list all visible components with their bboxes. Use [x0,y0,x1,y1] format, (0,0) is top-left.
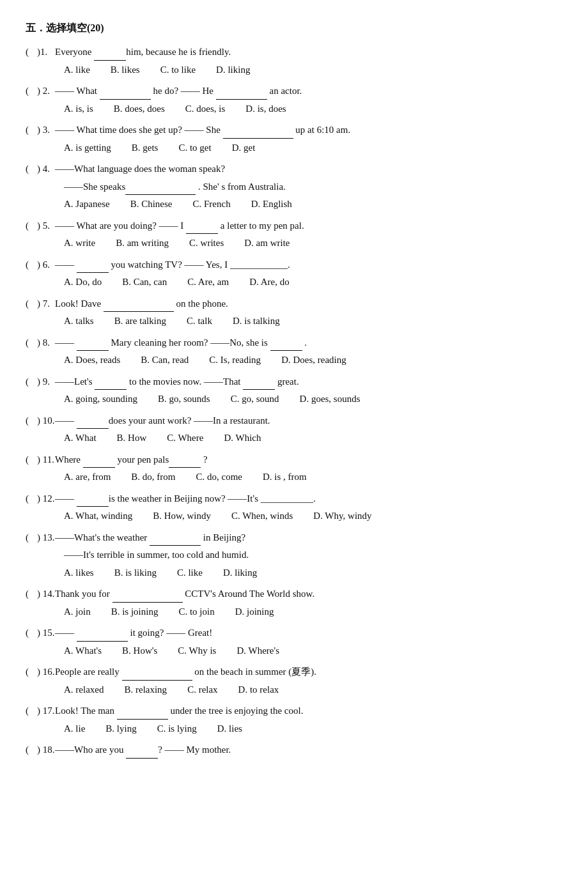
q1-text: Everyone him, because he is friendly. [55,44,562,61]
q15-num: ) 15. [37,625,55,642]
question-14: ( ) 14. Thank you for CCTV's Around The … [26,586,562,620]
question-12: ( ) 12. —— is the weather in Beijing now… [26,491,562,525]
q15-options: A. What's B. How's C. Why is D. Where's [26,643,562,659]
q3-opt-c: C. to get [178,140,211,157]
q17-opt-a: A. lie [64,721,85,737]
q1-opt-c: C. to like [160,62,196,79]
q4-num: ) 4. [37,161,55,178]
q14-num: ) 14. [37,586,55,603]
question-7: ( ) 7. Look! Dave on the phone. A. talks… [26,296,562,330]
q12-opt-b: B. How, windy [153,508,211,525]
q12-opt-d: D. Why, windy [313,508,371,525]
q7-opt-c: C. talk [187,313,212,330]
q9-opt-a: A. going, sounding [64,391,137,408]
q15-opt-c: C. Why is [178,643,216,659]
q9-paren: ( [26,374,37,390]
q5-opt-c: C. writes [189,235,224,252]
q10-paren: ( [26,413,37,429]
q9-options: A. going, sounding B. go, sounds C. go, … [26,391,562,408]
q16-text: People are really on the beach in summer… [55,664,562,681]
q2-opt-a: A. is, is [64,101,93,118]
q18-paren: ( [26,742,37,759]
q5-num: ) 5. [37,218,55,235]
q15-opt-d: D. Where's [236,643,279,659]
q8-text: —— Mary cleaning her room? ——No, she is … [55,335,562,351]
q16-opt-a: A. relaxed [64,682,104,698]
q3-num: ) 3. [37,122,55,139]
q17-opt-c: C. is lying [157,721,197,737]
question-11: ( ) 11. Where your pen pals ? A. are, fr… [26,452,562,486]
q13-options: A. likes B. is liking C. like D. liking [26,565,562,582]
q2-text: —— What he do? —— He an actor. [55,83,562,100]
q6-text: —— you watching TV? —— Yes, I __________… [55,257,562,274]
q14-paren: ( [26,586,37,603]
question-13: ( ) 13. ——What's the weather in Beijing?… [26,530,562,582]
q17-paren: ( [26,703,37,720]
q17-num: ) 17. [37,703,55,720]
q11-num: ) 11. [37,452,55,468]
q6-options: A. Do, do B. Can, can C. Are, am D. Are,… [26,274,562,291]
q11-paren: ( [26,452,37,468]
q8-options: A. Does, reads B. Can, read C. Is, readi… [26,352,562,369]
question-4: ( ) 4. ——What language does the woman sp… [26,161,562,213]
q4-paren: ( [26,161,37,178]
q14-opt-d: D. joining [235,604,274,621]
q11-options: A. are, from B. do, from C. do, come D. … [26,469,562,486]
q11-opt-a: A. are, from [64,469,111,486]
q11-opt-b: B. do, from [131,469,175,486]
q14-text: Thank you for CCTV's Around The World sh… [55,586,562,603]
question-3: ( ) 3. —— What time does she get up? —— … [26,122,562,156]
q2-num: ) 2. [37,83,55,100]
q4-opt-c: C. French [192,196,230,213]
q15-text: —— it going? —— Great! [55,625,562,642]
q12-num: ) 12. [37,491,55,507]
q15-opt-a: A. What's [64,643,102,659]
q3-opt-a: A. is getting [64,140,111,157]
q12-opt-a: A. What, winding [64,508,132,525]
q13-opt-c: C. like [177,565,203,582]
question-16: ( ) 16. People are really on the beach i… [26,664,562,698]
q1-paren: ( [26,44,37,61]
q7-paren: ( [26,296,37,312]
q10-num: ) 10. [37,413,55,429]
q14-options: A. join B. is joining C. to join D. join… [26,604,562,621]
q18-text: ——Who are you ? —— My mother. [55,742,562,759]
q17-opt-d: D. lies [217,721,242,737]
q11-opt-d: D. is , from [263,469,307,486]
q15-paren: ( [26,625,37,642]
q17-text: Look! The man under the tree is enjoying… [55,703,562,720]
q9-opt-c: C. go, sound [231,391,279,408]
q3-opt-b: B. gets [132,140,159,157]
q6-opt-c: C. Are, am [187,274,229,291]
q5-options: A. write B. am writing C. writes D. am w… [26,235,562,252]
q7-num: ) 7. [37,296,55,312]
q8-paren: ( [26,335,37,351]
q6-num: ) 6. [37,257,55,274]
q14-opt-a: A. join [64,604,91,621]
q1-num: )1. [37,44,55,61]
q7-options: A. talks B. are talking C. talk D. is ta… [26,313,562,330]
q3-opt-d: D. get [232,140,256,157]
q3-options: A. is getting B. gets C. to get D. get [26,140,562,157]
q13-opt-d: D. liking [223,565,257,582]
q8-opt-c: C. Is, reading [209,352,261,369]
q10-opt-a: A. What [64,430,97,447]
q2-opt-c: C. does, is [185,101,226,118]
q16-opt-b: B. relaxing [124,682,167,698]
q10-opt-b: B. How [117,430,147,447]
q6-paren: ( [26,257,37,274]
q16-options: A. relaxed B. relaxing C. relax D. to re… [26,682,562,698]
q1-opt-a: A. like [64,62,90,79]
q9-text: ——Let's to the movies now. ——That great. [55,374,562,390]
q8-opt-b: B. Can, read [141,352,189,369]
q9-num: ) 9. [37,374,55,390]
q4-text: ——What language does the woman speak? [55,161,562,178]
q13-paren: ( [26,530,37,546]
q12-opt-c: C. When, winds [231,508,293,525]
q2-paren: ( [26,83,37,100]
q4-sub: ——She speaks . She' s from Australia. [26,179,562,196]
q1-opt-d: D. liking [216,62,250,79]
question-15: ( ) 15. —— it going? —— Great! A. What's… [26,625,562,659]
q14-opt-c: C. to join [178,604,214,621]
q11-opt-c: C. do, come [196,469,242,486]
